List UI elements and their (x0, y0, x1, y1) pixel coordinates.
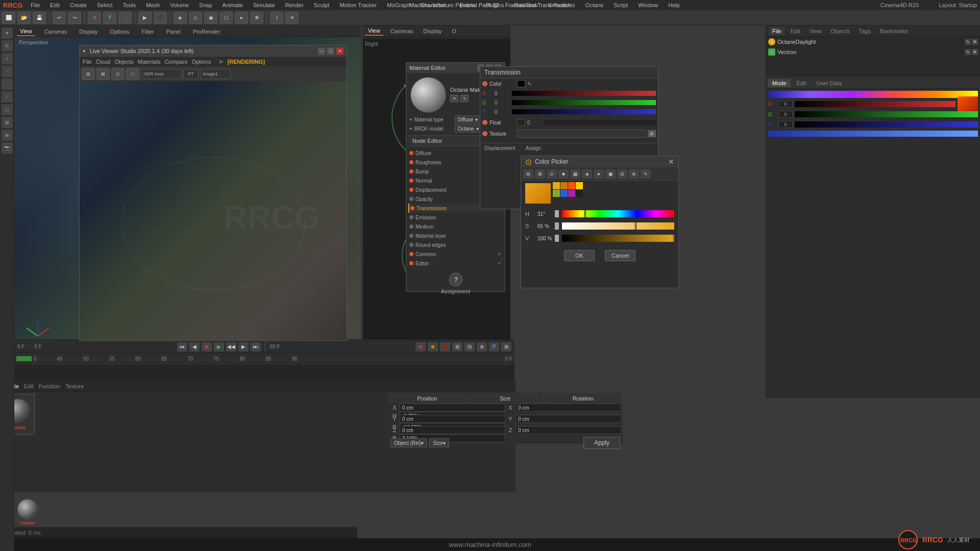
mat-channel-round-edges[interactable]: Round edges (408, 240, 503, 249)
lv-menu-options[interactable]: Options (192, 59, 211, 65)
cp-hue-bar[interactable] (562, 210, 674, 217)
timeline-track[interactable] (14, 365, 514, 380)
left-icon-points[interactable]: · (2, 79, 13, 90)
menu-snap[interactable]: Snap (197, 2, 214, 8)
cp-swatch-6[interactable] (560, 190, 568, 197)
apply-button[interactable]: Apply (583, 437, 620, 449)
playback-play[interactable]: ▶ (214, 342, 224, 352)
mode-tab-user-data[interactable]: User Data (813, 79, 846, 87)
viewport-3d-tab-cameras[interactable]: Cameras (387, 27, 416, 35)
cp-hue-value[interactable]: 31° (537, 211, 553, 217)
trans-float-value[interactable]: 0 (527, 120, 543, 126)
menu-animate[interactable]: Animate (220, 2, 245, 8)
trans-g-value[interactable]: 0 (495, 100, 510, 106)
cp-tool-5[interactable]: ▦ (570, 169, 580, 179)
playback-play-reverse[interactable]: ◀◀ (226, 342, 236, 352)
trans-float-slider[interactable] (545, 120, 656, 125)
right-tab-file[interactable]: File (769, 27, 785, 35)
left-icon-uv[interactable]: ⊞ (2, 117, 13, 128)
playback-goto-start[interactable]: ⏮ (177, 342, 187, 352)
viewport-tab-options[interactable]: Options (107, 28, 132, 36)
obj-btn1[interactable]: ✎ (965, 39, 971, 45)
menu-select[interactable]: Select (95, 2, 115, 8)
trans-texture-input[interactable] (517, 130, 646, 138)
mat-channel-medium[interactable]: Medium (408, 222, 503, 231)
lv-menu-file[interactable]: File (83, 59, 92, 65)
cp-sat-bar[interactable] (562, 222, 674, 230)
object-octane-daylight[interactable]: ☀ OctaneDaylight ✎ 👁 (766, 37, 980, 47)
pb-btn-b[interactable]: ⏺ (428, 342, 438, 352)
mode-tab-mode[interactable]: Mode (768, 79, 791, 87)
viewport-3d-tab-o[interactable]: O (449, 27, 459, 35)
cp-tool-1[interactable]: ⊞ (523, 169, 533, 179)
pb-btn-c[interactable]: ⏺ (440, 342, 450, 352)
cp-swatch-5[interactable] (553, 190, 560, 197)
mat-action-btn2[interactable]: ✎ (460, 95, 469, 102)
cp-swatch-7[interactable] (568, 190, 575, 197)
lv-toolbar-btn2[interactable]: ⊠ (96, 68, 110, 80)
menu-mograph[interactable]: MoGraph (385, 2, 412, 8)
cp-tool-9[interactable]: ⊟ (617, 169, 627, 179)
obj-btn2[interactable]: 👁 (972, 39, 978, 45)
menu-volume[interactable]: Volume (168, 2, 191, 8)
obj-btn3[interactable]: ✎ (965, 49, 971, 55)
cp-swatch-8[interactable] (576, 190, 583, 197)
cp-tool-8[interactable]: ▣ (605, 169, 616, 179)
toolbar-render[interactable]: ▶ (138, 12, 152, 24)
right-b-value[interactable]: 0 (778, 121, 793, 128)
cp-hue-slider-handle[interactable] (555, 210, 559, 217)
toolbar-obj4[interactable]: ⬡ (219, 12, 233, 24)
mat-channel-editor[interactable]: Editor ✓ (408, 259, 503, 268)
playback-goto-end[interactable]: ⏭ (251, 342, 261, 352)
obj-btn4[interactable]: 👁 (972, 49, 978, 55)
lv-menu-objects[interactable]: Objects (114, 59, 133, 65)
right-g-value[interactable]: 0 (778, 111, 793, 118)
viewport-3d-tab-display[interactable]: Display (420, 27, 445, 35)
trans-texture-btn[interactable]: ⊞ (648, 130, 656, 137)
toolbar-new[interactable]: ⬜ (2, 12, 15, 24)
lv-toolbar-btn4[interactable]: □ (126, 68, 139, 80)
viewport-3d-tab-view[interactable]: View (365, 27, 383, 36)
pb-btn-grid[interactable]: ⊞ (501, 342, 511, 352)
left-icon-snap[interactable]: ⊕ (2, 130, 13, 141)
right-r-slider[interactable] (795, 101, 955, 107)
toolbar-deform[interactable]: ⌇ (270, 12, 283, 24)
coords-x-pos[interactable]: 0 cm (400, 404, 505, 412)
live-viewer-minimize[interactable]: – (318, 47, 325, 55)
live-viewer[interactable]: ● Live Viewer Studio 2020.1.4 (30 days l… (79, 45, 347, 341)
left-icon-edges[interactable]: ∕ (2, 91, 13, 103)
viewport-tab-panel[interactable]: Panel (163, 28, 184, 36)
mat-action-btn1[interactable]: ⟳ (450, 95, 458, 102)
trans-color-swatch[interactable] (517, 80, 525, 87)
bp-tab-function[interactable]: Function (39, 383, 60, 389)
toolbar-y[interactable]: Y (103, 12, 116, 24)
bp-tab-texture[interactable]: Texture (65, 383, 84, 389)
coords-object-ref-dropdown[interactable]: Object (Rel) ▾ (390, 438, 427, 447)
mat-channel-common[interactable]: Common ✓ (408, 249, 503, 259)
menu-mesh[interactable]: Mesh (144, 2, 162, 8)
cp-tool-2[interactable]: ⊠ (535, 169, 545, 179)
menu-help[interactable]: Help (666, 2, 682, 8)
cp-swatch-4[interactable] (576, 182, 583, 189)
menu-simulate[interactable]: Simulate (251, 2, 277, 8)
mat-channel-material-layer[interactable]: Material layer (408, 231, 503, 240)
lv-image-dropdown[interactable]: Image1 (200, 69, 231, 79)
cp-sat-slider-handle[interactable] (555, 222, 559, 230)
trans-b-value[interactable]: 0 (495, 109, 510, 115)
playback-prev-frame[interactable]: ◀ (189, 342, 200, 352)
menu-create[interactable]: Create (68, 2, 89, 8)
toolbar-obj1[interactable]: ◈ (174, 12, 187, 24)
left-icon-camera[interactable]: 📷 (2, 142, 13, 154)
cp-tool-10[interactable]: ⊕ (629, 169, 639, 179)
coords-y-pos[interactable]: 0 cm (400, 415, 505, 423)
viewport-tab-cameras[interactable]: Cameras (41, 28, 70, 36)
live-viewer-maximize[interactable]: □ (327, 47, 334, 55)
right-g-slider[interactable] (795, 111, 978, 117)
cp-swatch-3[interactable] (568, 182, 575, 189)
right-r-value[interactable]: 0 (778, 101, 793, 108)
trans-r-slider[interactable] (512, 91, 656, 96)
playback-record[interactable]: ⏺ (202, 342, 212, 352)
cp-swatch-1[interactable] (553, 182, 560, 189)
lv-toolbar-btn1[interactable]: ⊞ (82, 68, 95, 80)
lv-menu-cloud[interactable]: Cloud (96, 59, 111, 65)
